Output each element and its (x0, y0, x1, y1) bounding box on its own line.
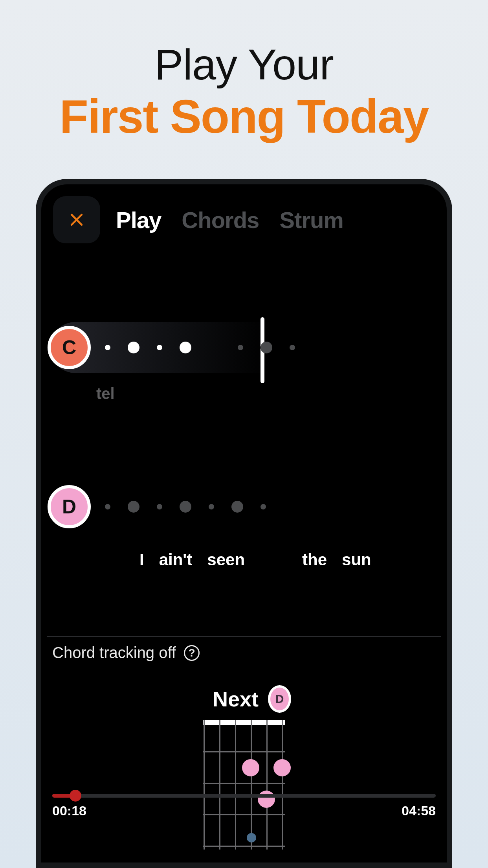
lyric-word: the (302, 550, 327, 569)
app-topbar: Play Chords Strum (41, 184, 447, 243)
chord-lane-1[interactable]: C (50, 322, 270, 373)
phone-frame: Play Chords Strum C tel D (36, 179, 452, 868)
promo-line2: First Song Today (59, 89, 428, 143)
chord-bubble-c: C (48, 326, 91, 369)
next-label: Next (213, 687, 259, 711)
phone-side-button (450, 538, 452, 640)
chord-lanes: C tel D (41, 322, 447, 569)
lyric-row: I ain't seen the sun (139, 550, 447, 569)
seek-track[interactable] (52, 794, 436, 798)
finger-dot (273, 759, 291, 776)
next-chord-block: Next D (197, 685, 291, 850)
close-icon (68, 211, 85, 228)
tab-strum[interactable]: Strum (279, 207, 343, 233)
lyric-word: I (139, 550, 144, 569)
promo-line1: Play Your (59, 39, 428, 89)
chord-lane-2[interactable]: D (50, 481, 447, 532)
tab-play[interactable]: Play (116, 207, 161, 233)
mode-tabs: Play Chords Strum (116, 207, 343, 233)
next-chord-badge: D (268, 685, 291, 713)
chord-diagram (203, 720, 285, 850)
lyric-word: ain't (159, 550, 193, 569)
beat-dots-row (105, 481, 266, 532)
chord-tracking-label: Chord tracking off (52, 644, 176, 662)
lyric-word: sun (342, 550, 371, 569)
chord-tracking-row[interactable]: Chord tracking off ? (52, 644, 447, 662)
chord-bubble-d: D (48, 485, 91, 528)
phone-side-button (450, 412, 452, 463)
playback-bar: 00:18 04:58 (52, 794, 436, 818)
seek-thumb[interactable] (70, 790, 81, 802)
time-duration: 04:58 (402, 803, 436, 818)
lyric-word: seen (207, 550, 245, 569)
fret-marker-dot (247, 833, 256, 842)
close-button[interactable] (53, 196, 100, 243)
promo-heading: Play Your First Song Today (59, 39, 428, 143)
beat-dots-row (105, 322, 295, 373)
help-icon[interactable]: ? (184, 645, 200, 661)
tab-chords[interactable]: Chords (182, 207, 259, 233)
divider (47, 636, 441, 637)
time-elapsed: 00:18 (52, 803, 86, 818)
lyric-fragment: tel (96, 385, 447, 403)
finger-dot (242, 759, 259, 776)
